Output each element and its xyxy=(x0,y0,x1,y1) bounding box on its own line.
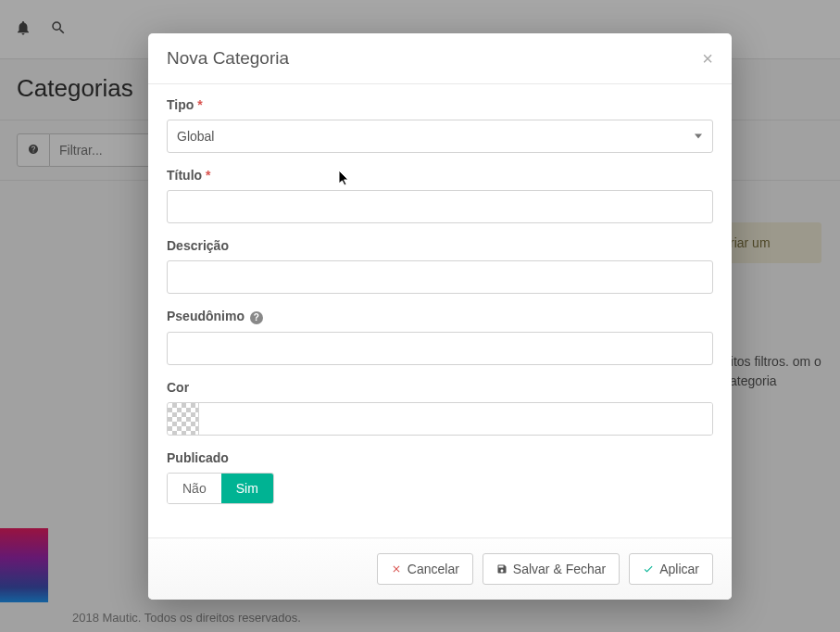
field-titulo: Título * xyxy=(167,168,713,223)
toggle-yes[interactable]: Sim xyxy=(221,474,273,503)
descricao-input[interactable] xyxy=(167,260,713,294)
close-icon[interactable]: × xyxy=(702,49,713,68)
modal-header: Nova Categoria × xyxy=(148,33,732,84)
label-publicado: Publicado xyxy=(167,450,713,465)
color-picker[interactable] xyxy=(167,402,713,436)
toggle-no[interactable]: Não xyxy=(168,474,221,503)
field-cor: Cor xyxy=(167,380,713,436)
color-swatch[interactable] xyxy=(168,403,199,435)
save-close-button[interactable]: Salvar & Fechar xyxy=(483,553,620,585)
apply-button[interactable]: Aplicar xyxy=(629,553,713,585)
label-pseudonimo: Pseudônimo ? xyxy=(167,309,713,324)
color-input[interactable] xyxy=(199,403,712,435)
label-cor: Cor xyxy=(167,380,713,395)
cancel-button[interactable]: Cancelar xyxy=(377,553,473,585)
field-publicado: Publicado Não Sim xyxy=(167,450,713,504)
question-icon[interactable]: ? xyxy=(250,311,263,324)
tipo-select[interactable] xyxy=(167,120,713,153)
label-titulo: Título * xyxy=(167,168,713,183)
required-marker: * xyxy=(206,168,210,183)
publicado-toggle: Não Sim xyxy=(167,473,274,504)
modal-title: Nova Categoria xyxy=(167,48,289,69)
new-category-modal: Nova Categoria × Tipo * Título * Descriç… xyxy=(148,33,732,600)
field-descricao: Descrição xyxy=(167,238,713,294)
field-tipo: Tipo * xyxy=(167,97,713,153)
required-marker: * xyxy=(197,97,202,112)
pseudonimo-input[interactable] xyxy=(167,332,713,365)
titulo-input[interactable] xyxy=(167,190,713,223)
label-tipo: Tipo * xyxy=(167,97,713,112)
modal-body: Tipo * Título * Descrição Pseudônimo ? xyxy=(148,84,732,537)
modal-footer: Cancelar Salvar & Fechar Aplicar xyxy=(148,537,732,600)
check-icon xyxy=(643,563,654,575)
close-icon xyxy=(391,563,402,575)
save-icon xyxy=(496,563,508,575)
field-pseudonimo: Pseudônimo ? xyxy=(167,309,713,365)
label-descricao: Descrição xyxy=(167,238,713,253)
